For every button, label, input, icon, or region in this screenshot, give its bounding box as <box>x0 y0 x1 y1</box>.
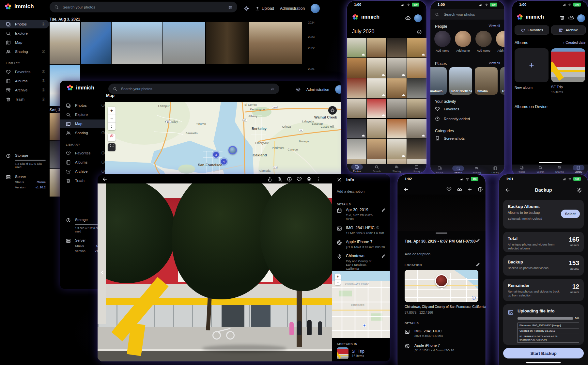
photo-thumbnail[interactable] <box>347 78 366 98</box>
tab-search[interactable]: Search <box>531 165 550 173</box>
edit-location-icon[interactable] <box>476 262 480 267</box>
map-hide-markers-button[interactable] <box>108 134 116 141</box>
cloud-upload-icon[interactable] <box>568 15 574 21</box>
photo-thumbnail[interactable] <box>347 139 366 159</box>
search-input[interactable]: Search your photos <box>430 9 504 20</box>
zoom-out-button[interactable]: − <box>335 279 341 285</box>
add-name-link[interactable]: Add name <box>497 49 504 52</box>
prev-photo-chevron[interactable]: ‹ <box>101 267 104 277</box>
filter-icon[interactable] <box>271 87 275 91</box>
add-name-link[interactable]: Add name <box>456 49 470 52</box>
theme-toggle-icon[interactable] <box>244 6 249 11</box>
tab-sharing[interactable]: Sharing <box>550 165 569 173</box>
archive-button[interactable]: Archive <box>551 25 586 35</box>
avatar[interactable] <box>335 85 341 94</box>
add-name-link[interactable]: Add name <box>477 49 490 52</box>
map-cluster-marker[interactable]: 3 <box>213 152 219 158</box>
theme-toggle-icon[interactable] <box>296 87 301 92</box>
photo-thumbnail[interactable] <box>347 38 366 57</box>
search-input[interactable]: Search your photos <box>50 2 237 12</box>
sidebar-item-explore[interactable]: Explore <box>60 110 109 119</box>
info-icon[interactable] <box>287 177 292 182</box>
select-button[interactable]: Select <box>561 210 580 218</box>
add-to-album-icon[interactable] <box>467 187 472 192</box>
avatar[interactable] <box>414 14 422 22</box>
place-tile[interactable]: Near North Side <box>449 67 472 95</box>
avatar[interactable] <box>311 4 320 13</box>
search-input[interactable]: Search your photos <box>108 84 279 94</box>
favorites-button[interactable]: Favorites <box>515 25 549 35</box>
add-name-link[interactable]: Add name <box>436 49 449 52</box>
more-options-icon[interactable] <box>316 177 321 182</box>
place-tile[interactable]: Chinatown <box>430 67 447 95</box>
photo-thumbnail[interactable] <box>387 119 407 138</box>
tab-library[interactable]: Library <box>407 164 426 173</box>
cloud-sync-off-icon[interactable] <box>405 15 411 21</box>
map-photo-marker[interactable] <box>228 146 237 154</box>
select-all-icon[interactable] <box>417 29 422 35</box>
tab-photos[interactable]: Photos <box>430 166 449 174</box>
tab-photos[interactable]: Photos <box>347 164 367 173</box>
map-settings-button[interactable] <box>328 106 337 115</box>
compass-button[interactable] <box>108 122 116 130</box>
recently-added-row[interactable]: Recently added <box>435 116 470 121</box>
photo-thumbnail[interactable] <box>367 38 387 57</box>
sidebar-item-albums[interactable]: Albumsⓘ <box>0 77 49 85</box>
zoom-out-button[interactable]: − <box>108 115 116 122</box>
sidebar-item-sharing[interactable]: Sharingⓘ <box>60 129 109 137</box>
person-face[interactable]: Add name <box>454 31 472 52</box>
photo-thumbnail[interactable] <box>249 22 302 64</box>
timeline-year[interactable]: 2021 <box>308 67 315 71</box>
add-description-field[interactable]: Add a description <box>337 189 364 193</box>
sidebar-item-archive[interactable]: Archiveⓘ <box>0 86 49 94</box>
edit-date-icon[interactable] <box>381 208 386 221</box>
photo-dark[interactable] <box>397 195 486 231</box>
back-icon[interactable] <box>403 187 409 192</box>
tab-library[interactable]: Library <box>569 165 588 173</box>
photo-thumbnail[interactable] <box>50 113 61 140</box>
photo-thumbnail[interactable] <box>347 99 366 118</box>
photo-thumbnail[interactable] <box>206 22 249 64</box>
photo-thumbnail[interactable] <box>367 78 387 98</box>
sidebar-item-trash[interactable]: Trashⓘ <box>0 95 49 103</box>
photo-main[interactable]: IN-N-OUT IN-N-OUT ‹ <box>98 183 332 361</box>
sidebar-item-albums[interactable]: Albumsⓘ <box>60 158 109 167</box>
sidebar-item-explore[interactable]: Explore <box>0 29 49 38</box>
start-backup-button[interactable]: Start Backup <box>503 348 584 358</box>
cloud-upload-icon[interactable] <box>457 187 462 192</box>
sidebar-item-favorites[interactable]: Favoritesⓘ <box>60 149 109 157</box>
sidebar-item-sharing[interactable]: Sharingⓘ <box>0 47 49 56</box>
detail-date[interactable]: Apr 30, 2019Tue, 6:07 PM GMT-07:00 <box>332 208 390 221</box>
tab-search[interactable]: Search <box>449 166 468 174</box>
photo-thumbnail[interactable] <box>407 38 427 57</box>
sidebar-item-map[interactable]: Map <box>0 38 49 47</box>
photo-thumbnail[interactable] <box>387 139 407 159</box>
sidebar-item-photos[interactable]: Photosⓘ <box>0 20 49 28</box>
map-zoom-controls[interactable]: + − <box>108 107 116 130</box>
photo-thumbnail[interactable] <box>387 99 407 118</box>
delete-icon[interactable] <box>306 177 312 182</box>
zoom-in-button[interactable]: + <box>335 274 341 279</box>
timeline-year[interactable]: 2023 <box>308 35 315 39</box>
tab-sharing[interactable]: Sharing <box>468 166 486 174</box>
sidebar-item-map[interactable]: Map <box>60 119 109 128</box>
photo-thumbnail[interactable] <box>367 139 387 159</box>
sidebar-item-favorites[interactable]: Favoritesⓘ <box>0 68 49 76</box>
view-all-link[interactable]: View all <box>489 61 500 65</box>
map-zoom-controls[interactable]: + − <box>335 274 341 285</box>
tab-sharing[interactable]: Sharing <box>387 164 407 173</box>
place-tile[interactable]: Omaha <box>475 67 498 95</box>
photo-thumbnail[interactable] <box>387 58 407 78</box>
favorite-icon[interactable] <box>446 187 452 192</box>
album-name[interactable]: SF Trip <box>551 85 563 89</box>
immich-logo[interactable]: immich <box>5 3 34 10</box>
upload-button[interactable]: Upload <box>255 6 274 11</box>
photo-thumbnail[interactable] <box>367 99 387 118</box>
place-tile[interactable]: Pi <box>500 67 504 95</box>
person-face[interactable]: Add name <box>495 31 504 52</box>
new-album-tile[interactable] <box>515 48 549 82</box>
favorite-icon[interactable] <box>297 177 302 182</box>
photo-thumbnail[interactable] <box>50 169 61 197</box>
photo-thumbnail[interactable] <box>407 139 427 159</box>
add-description-field[interactable]: Add description... <box>405 252 434 256</box>
